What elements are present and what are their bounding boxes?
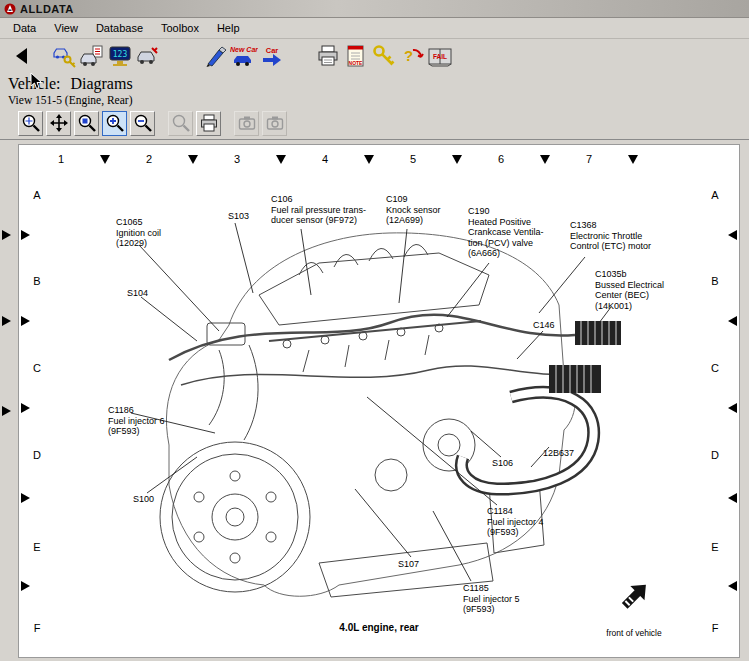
edge-marker-icon xyxy=(2,230,11,240)
svg-text:Car: Car xyxy=(266,46,279,55)
zoom-region-button[interactable] xyxy=(18,111,43,136)
camera-disabled-icon-2 xyxy=(265,113,285,133)
diagram-caption: 4.0L engine, rear xyxy=(299,622,459,633)
new-car-icon: New Car xyxy=(230,44,258,68)
camera-disabled-icon xyxy=(237,113,257,133)
pen-icon xyxy=(204,44,228,68)
svg-text:123: 123 xyxy=(113,50,128,59)
callout-C1184: C1184 Fuel injector 4 (9F593) xyxy=(487,506,544,538)
fail-book-button[interactable]: FAIL xyxy=(426,42,454,70)
diagram-viewport: 1 2 3 4 5 6 7 A B C D E F xyxy=(0,139,749,661)
page-heading: Vehicle:Diagrams View 151-5 (Engine, Rea… xyxy=(0,72,749,107)
callout-C190: C190 Heated Positive Crankcase Ventila- … xyxy=(468,206,544,259)
callout-S106: S106 xyxy=(492,458,513,469)
note-document-icon: NOTE xyxy=(344,44,368,68)
key-icon xyxy=(372,44,396,68)
menu-database[interactable]: Database xyxy=(87,19,152,37)
menu-data[interactable]: Data xyxy=(4,19,45,37)
callout-C1185: C1185 Fuel injector 5 (9F593) xyxy=(463,583,520,615)
menu-bar: Data View Database Toolbox Help xyxy=(0,18,749,39)
pan-button[interactable] xyxy=(46,111,71,136)
back-arrow-icon xyxy=(12,46,32,66)
back-button[interactable] xyxy=(8,42,36,70)
page-subtitle: View 151-5 (Engine, Rear) xyxy=(8,94,741,106)
callout-C1035b: C1035b Bussed Electrical Center (BEC) (1… xyxy=(595,269,664,311)
estimator-button[interactable]: 123 xyxy=(106,42,134,70)
page-title-value: Diagrams xyxy=(70,75,132,92)
svg-text:NOTE: NOTE xyxy=(349,60,364,66)
magnifier-crosshair-icon xyxy=(21,113,41,133)
save-image-button xyxy=(262,111,287,136)
car-key-icon xyxy=(52,44,76,68)
app-icon[interactable] xyxy=(4,3,16,15)
zoom-100-button[interactable] xyxy=(74,111,99,136)
new-car-button[interactable]: New Car xyxy=(230,42,258,70)
current-car-button[interactable]: Car xyxy=(258,42,286,70)
car-document-icon xyxy=(80,44,104,68)
fail-book-icon: FAIL xyxy=(426,44,454,68)
edge-marker-icon xyxy=(2,316,11,326)
magnifier-100-icon xyxy=(77,113,97,133)
refresh-help-button[interactable]: ? xyxy=(398,42,426,70)
vehicle-select-button[interactable] xyxy=(50,42,78,70)
zoom-out-button[interactable] xyxy=(130,111,155,136)
vehicle-report-button[interactable] xyxy=(78,42,106,70)
pan-arrows-icon xyxy=(49,113,69,133)
menu-view[interactable]: View xyxy=(45,19,87,37)
svg-text:?: ? xyxy=(404,47,413,64)
svg-text:FAIL: FAIL xyxy=(433,53,447,60)
notes-button[interactable]: NOTE xyxy=(342,42,370,70)
question-refresh-icon: ? xyxy=(400,44,424,68)
callout-12B637: 12B637 xyxy=(543,448,574,459)
callout-S103: S103 xyxy=(228,211,249,222)
callout-S107: S107 xyxy=(398,559,419,570)
print-diagram-button[interactable] xyxy=(196,111,221,136)
key-help-button[interactable] xyxy=(370,42,398,70)
callout-C109: C109 Knock sensor (12A699) xyxy=(386,194,441,226)
callout-C146: C146 xyxy=(533,320,555,331)
edge-marker-icon xyxy=(2,406,11,416)
front-of-vehicle-label: front of vehicle xyxy=(579,628,689,638)
callout-C1065: C1065 Ignition coil (12029) xyxy=(116,217,161,249)
alldata-window: ALLDATA Data View Database Toolbox Help xyxy=(0,0,749,139)
callout-C106: C106 Fuel rail pressure trans- ducer sen… xyxy=(271,194,366,226)
zoom-toolbar xyxy=(0,107,749,139)
print-button[interactable] xyxy=(314,42,342,70)
copy-image-button xyxy=(234,111,259,136)
main-toolbar: 123 New Car xyxy=(0,39,749,72)
car-wrench-icon xyxy=(136,44,160,68)
repair-data-button[interactable] xyxy=(134,42,162,70)
zoom-in-button[interactable] xyxy=(102,111,127,136)
magnifier-minus-icon xyxy=(133,113,153,133)
front-of-vehicle-arrow-icon xyxy=(617,577,655,619)
printer-icon xyxy=(316,44,340,68)
zoom-disabled-button xyxy=(168,111,193,136)
car-arrow-icon: Car xyxy=(260,44,284,68)
display-123-icon: 123 xyxy=(108,44,132,68)
menu-toolbox[interactable]: Toolbox xyxy=(152,19,208,37)
svg-text:New Car: New Car xyxy=(230,46,258,53)
callout-C1186: C1186 Fuel injector 6 (9F593) xyxy=(108,405,165,437)
callout-C1368: C1368 Electronic Throttle Control (ETC) … xyxy=(570,220,651,252)
window-title: ALLDATA xyxy=(20,3,74,15)
title-bar[interactable]: ALLDATA xyxy=(0,0,749,18)
menu-help[interactable]: Help xyxy=(208,19,249,37)
magnifier-disabled-icon xyxy=(171,113,191,133)
callout-S104: S104 xyxy=(127,288,148,299)
diagram-page[interactable]: 1 2 3 4 5 6 7 A B C D E F xyxy=(18,144,740,658)
printer-small-icon xyxy=(199,113,219,133)
magnifier-plus-icon xyxy=(105,113,125,133)
mouse-cursor xyxy=(30,72,44,94)
page-title: Vehicle:Diagrams xyxy=(8,75,741,93)
highlight-pen-button[interactable] xyxy=(202,42,230,70)
callout-S100: S100 xyxy=(133,494,154,505)
